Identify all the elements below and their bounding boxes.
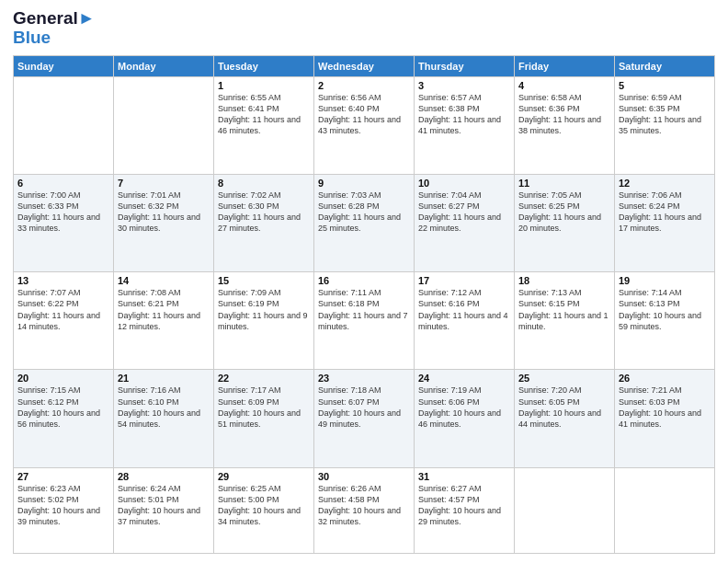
weekday-header-saturday: Saturday	[615, 55, 715, 76]
day-info: Sunrise: 7:02 AM Sunset: 6:30 PM Dayligh…	[218, 190, 310, 235]
calendar-cell: 18Sunrise: 7:13 AM Sunset: 6:15 PM Dayli…	[515, 272, 615, 370]
logo-line2: Blue	[13, 29, 96, 48]
day-number: 6	[17, 178, 109, 189]
calendar-cell: 20Sunrise: 7:15 AM Sunset: 6:12 PM Dayli…	[14, 370, 114, 467]
day-info: Sunrise: 7:01 AM Sunset: 6:32 PM Dayligh…	[118, 190, 210, 235]
calendar-cell: 10Sunrise: 7:04 AM Sunset: 6:27 PM Dayli…	[415, 175, 515, 272]
calendar-cell: 21Sunrise: 7:16 AM Sunset: 6:10 PM Dayli…	[114, 370, 214, 467]
day-info: Sunrise: 6:58 AM Sunset: 6:36 PM Dayligh…	[518, 92, 610, 137]
logo: General► Blue	[13, 9, 96, 48]
calendar-cell: 26Sunrise: 7:21 AM Sunset: 6:03 PM Dayli…	[615, 370, 715, 467]
day-info: Sunrise: 7:12 AM Sunset: 6:16 PM Dayligh…	[418, 287, 510, 332]
day-number: 31	[418, 471, 510, 482]
day-number: 15	[218, 275, 310, 286]
day-number: 11	[518, 178, 610, 189]
weekday-header-sunday: Sunday	[14, 55, 114, 76]
day-number: 24	[418, 373, 510, 384]
day-info: Sunrise: 6:27 AM Sunset: 4:57 PM Dayligh…	[418, 483, 510, 528]
day-info: Sunrise: 7:08 AM Sunset: 6:21 PM Dayligh…	[118, 287, 210, 332]
day-info: Sunrise: 7:17 AM Sunset: 6:09 PM Dayligh…	[218, 385, 310, 430]
day-number: 2	[318, 80, 410, 91]
day-number: 28	[118, 471, 210, 482]
calendar-cell	[114, 76, 214, 174]
day-number: 25	[518, 373, 610, 384]
day-info: Sunrise: 6:57 AM Sunset: 6:38 PM Dayligh…	[418, 92, 510, 137]
calendar-cell: 22Sunrise: 7:17 AM Sunset: 6:09 PM Dayli…	[214, 370, 314, 467]
day-info: Sunrise: 7:06 AM Sunset: 6:24 PM Dayligh…	[619, 190, 711, 235]
calendar-cell	[615, 467, 715, 553]
day-number: 4	[518, 80, 610, 91]
day-info: Sunrise: 6:23 AM Sunset: 5:02 PM Dayligh…	[17, 483, 109, 528]
calendar-cell: 1Sunrise: 6:55 AM Sunset: 6:41 PM Daylig…	[214, 76, 314, 174]
day-info: Sunrise: 6:56 AM Sunset: 6:40 PM Dayligh…	[318, 92, 410, 137]
day-number: 14	[118, 275, 210, 286]
day-info: Sunrise: 7:04 AM Sunset: 6:27 PM Dayligh…	[418, 190, 510, 235]
calendar-cell: 12Sunrise: 7:06 AM Sunset: 6:24 PM Dayli…	[615, 175, 715, 272]
calendar-cell: 6Sunrise: 7:00 AM Sunset: 6:33 PM Daylig…	[14, 175, 114, 272]
calendar-cell: 9Sunrise: 7:03 AM Sunset: 6:28 PM Daylig…	[314, 175, 415, 272]
day-info: Sunrise: 7:05 AM Sunset: 6:25 PM Dayligh…	[518, 190, 610, 235]
day-number: 17	[418, 275, 510, 286]
weekday-header-monday: Monday	[114, 55, 214, 76]
day-number: 19	[619, 275, 711, 286]
day-number: 20	[17, 373, 109, 384]
day-number: 1	[218, 80, 310, 91]
calendar-cell: 25Sunrise: 7:20 AM Sunset: 6:05 PM Dayli…	[515, 370, 615, 467]
day-info: Sunrise: 7:21 AM Sunset: 6:03 PM Dayligh…	[619, 385, 711, 430]
day-info: Sunrise: 7:00 AM Sunset: 6:33 PM Dayligh…	[17, 190, 109, 235]
calendar-cell: 23Sunrise: 7:18 AM Sunset: 6:07 PM Dayli…	[314, 370, 415, 467]
day-info: Sunrise: 7:09 AM Sunset: 6:19 PM Dayligh…	[218, 287, 310, 332]
day-number: 23	[318, 373, 410, 384]
day-number: 13	[17, 275, 109, 286]
day-info: Sunrise: 7:11 AM Sunset: 6:18 PM Dayligh…	[318, 287, 410, 332]
calendar-cell: 4Sunrise: 6:58 AM Sunset: 6:36 PM Daylig…	[515, 76, 615, 174]
calendar-cell: 7Sunrise: 7:01 AM Sunset: 6:32 PM Daylig…	[114, 175, 214, 272]
weekday-header-friday: Friday	[515, 55, 615, 76]
day-info: Sunrise: 6:55 AM Sunset: 6:41 PM Dayligh…	[218, 92, 310, 137]
day-number: 26	[619, 373, 711, 384]
calendar-cell	[14, 76, 114, 174]
calendar-cell: 2Sunrise: 6:56 AM Sunset: 6:40 PM Daylig…	[314, 76, 415, 174]
calendar-cell: 29Sunrise: 6:25 AM Sunset: 5:00 PM Dayli…	[214, 467, 314, 553]
day-info: Sunrise: 7:15 AM Sunset: 6:12 PM Dayligh…	[17, 385, 109, 430]
day-info: Sunrise: 6:26 AM Sunset: 4:58 PM Dayligh…	[318, 483, 410, 528]
day-info: Sunrise: 7:07 AM Sunset: 6:22 PM Dayligh…	[17, 287, 109, 332]
day-number: 3	[418, 80, 510, 91]
calendar-table: SundayMondayTuesdayWednesdayThursdayFrid…	[13, 55, 715, 554]
day-info: Sunrise: 6:59 AM Sunset: 6:35 PM Dayligh…	[619, 92, 711, 137]
day-number: 7	[118, 178, 210, 189]
day-info: Sunrise: 6:25 AM Sunset: 5:00 PM Dayligh…	[218, 483, 310, 528]
weekday-header-wednesday: Wednesday	[314, 55, 415, 76]
day-number: 5	[619, 80, 711, 91]
page: General► Blue SundayMondayTuesdayWednesd…	[0, 0, 728, 563]
calendar-cell: 24Sunrise: 7:19 AM Sunset: 6:06 PM Dayli…	[415, 370, 515, 467]
day-info: Sunrise: 7:03 AM Sunset: 6:28 PM Dayligh…	[318, 190, 410, 235]
day-info: Sunrise: 7:18 AM Sunset: 6:07 PM Dayligh…	[318, 385, 410, 430]
calendar-cell: 31Sunrise: 6:27 AM Sunset: 4:57 PM Dayli…	[415, 467, 515, 553]
header: General► Blue	[13, 9, 715, 48]
calendar-cell: 5Sunrise: 6:59 AM Sunset: 6:35 PM Daylig…	[615, 76, 715, 174]
day-info: Sunrise: 7:13 AM Sunset: 6:15 PM Dayligh…	[518, 287, 610, 332]
day-info: Sunrise: 7:20 AM Sunset: 6:05 PM Dayligh…	[518, 385, 610, 430]
calendar-cell: 15Sunrise: 7:09 AM Sunset: 6:19 PM Dayli…	[214, 272, 314, 370]
day-number: 8	[218, 178, 310, 189]
day-number: 18	[518, 275, 610, 286]
day-info: Sunrise: 6:24 AM Sunset: 5:01 PM Dayligh…	[118, 483, 210, 528]
calendar-cell	[515, 467, 615, 553]
calendar-cell: 17Sunrise: 7:12 AM Sunset: 6:16 PM Dayli…	[415, 272, 515, 370]
day-number: 9	[318, 178, 410, 189]
calendar-cell: 13Sunrise: 7:07 AM Sunset: 6:22 PM Dayli…	[14, 272, 114, 370]
day-number: 29	[218, 471, 310, 482]
day-number: 22	[218, 373, 310, 384]
day-number: 16	[318, 275, 410, 286]
logo-line1: General►	[13, 9, 96, 29]
weekday-header-thursday: Thursday	[415, 55, 515, 76]
day-number: 10	[418, 178, 510, 189]
weekday-header-tuesday: Tuesday	[214, 55, 314, 76]
calendar-cell: 8Sunrise: 7:02 AM Sunset: 6:30 PM Daylig…	[214, 175, 314, 272]
calendar-cell: 19Sunrise: 7:14 AM Sunset: 6:13 PM Dayli…	[615, 272, 715, 370]
day-info: Sunrise: 7:19 AM Sunset: 6:06 PM Dayligh…	[418, 385, 510, 430]
day-number: 12	[619, 178, 711, 189]
day-info: Sunrise: 7:14 AM Sunset: 6:13 PM Dayligh…	[619, 287, 711, 332]
calendar-cell: 30Sunrise: 6:26 AM Sunset: 4:58 PM Dayli…	[314, 467, 415, 553]
